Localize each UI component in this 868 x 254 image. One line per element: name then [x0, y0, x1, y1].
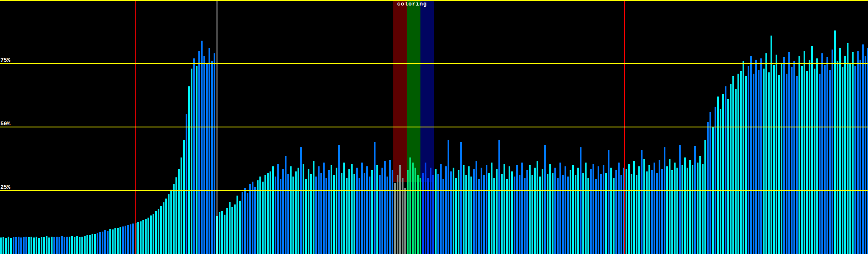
gridline-100 [0, 0, 868, 1]
y-axis-label-50: 50% [0, 121, 10, 127]
y-axis-label-25: 25% [0, 185, 10, 190]
gridline-25 [0, 190, 868, 191]
coloring-region-label: coloring [397, 1, 427, 7]
percent-bar-graph: 75% 50% 25% coloring [0, 0, 868, 254]
y-axis-label-75: 75% [0, 58, 10, 63]
gridlines-layer [0, 0, 868, 254]
gridline-75 [0, 63, 868, 64]
gridline-50 [0, 127, 868, 127]
